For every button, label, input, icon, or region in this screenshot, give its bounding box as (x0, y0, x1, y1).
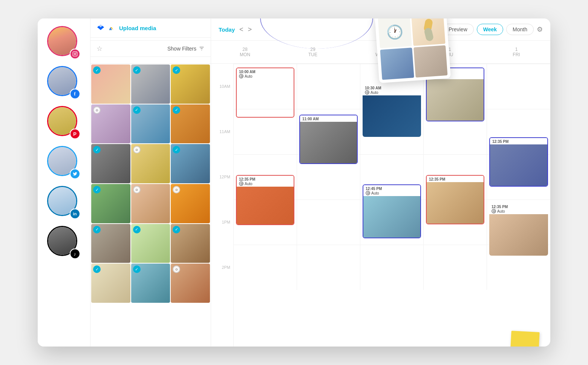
media-thumb[interactable]: ✓ (171, 64, 210, 104)
check-icon: ✓ (93, 186, 101, 193)
check-icon: ✓ (93, 66, 101, 74)
media-thumb[interactable]: ○ (131, 184, 170, 223)
calendar-nav: Today < > (219, 26, 252, 34)
media-thumb[interactable]: ✓ (131, 224, 170, 263)
media-thumb[interactable]: ✓ (91, 144, 130, 183)
media-thumb[interactable]: ✓ (131, 64, 170, 104)
facebook-badge: f (70, 89, 80, 99)
time-10am: 10AM (211, 83, 233, 128)
filter-icon (199, 46, 205, 52)
media-thumb[interactable]: ○ (171, 264, 210, 303)
day-col-mon: 10:00 AM ⚙ Auto (234, 64, 297, 290)
sidebar-item-facebook[interactable]: f (47, 66, 81, 100)
media-thumb[interactable]: ✓ (91, 64, 130, 104)
time-12pm: 12PM (211, 173, 233, 218)
sidebar-item-instagram[interactable] (47, 26, 81, 60)
prev-button[interactable]: < (239, 26, 243, 34)
days-grid: 10:00 AM ⚙ Auto (234, 64, 550, 290)
check-icon: ✓ (133, 66, 141, 74)
day-headers: 28 MON 29 TUE 30 WED 31 THU 1 FRI (211, 41, 550, 63)
sidebar-item-linkedin[interactable]: in (47, 186, 81, 220)
day-col-tue: 11:00 AM (297, 64, 360, 290)
check-icon: ○ (93, 106, 101, 114)
svg-rect-0 (73, 52, 77, 56)
event-wed-1030[interactable]: 10:30 AM ⚙ Auto (363, 84, 421, 137)
sidebar-item-pinterest[interactable]: P (47, 106, 81, 140)
media-toolbar: ☆ Show Filters (90, 41, 211, 57)
view-preview[interactable]: Preview (442, 24, 474, 35)
settings-icon[interactable]: ⚙ (537, 25, 543, 34)
day-header-thu: 31 THU (415, 44, 482, 60)
event-thu-1235[interactable]: 12:35 PM (426, 175, 484, 224)
calendar-header: Today < > Stories Preview Week Month ⚙ (211, 18, 550, 40)
view-controls: Stories Preview Week Month ⚙ (410, 24, 543, 35)
view-month[interactable]: Month (506, 24, 534, 35)
calendar-grid: 10AM 11AM 12PM 1PM 2PM (211, 64, 550, 347)
check-icon: ○ (133, 186, 141, 193)
day-col-wed: 10:30 AM ⚙ Auto (360, 64, 424, 290)
day-col-fri: 12:35 PM 12:35 PM ⚙ Auto (487, 64, 550, 290)
media-thumb[interactable]: ✓ (91, 184, 130, 223)
svg-point-2 (76, 52, 76, 53)
check-icon: ○ (133, 146, 141, 153)
time-1pm: 1PM (211, 218, 233, 264)
sidebar-item-tiktok[interactable]: ♪ (47, 226, 81, 260)
event-mon-1000[interactable]: 10:00 AM ⚙ Auto (236, 67, 294, 118)
time-labels: 10AM 11AM 12PM 1PM 2PM (211, 64, 234, 347)
time-11am: 11AM (211, 128, 233, 173)
today-button[interactable]: Today (219, 26, 235, 33)
check-icon: ✓ (133, 106, 141, 114)
tiktok-badge: ♪ (70, 248, 80, 259)
day-header-mon: 28 MON (211, 44, 279, 60)
app-container: f P in (38, 18, 550, 347)
event-thu-1000[interactable]: 10:00 AM ⚙ Auto (426, 67, 484, 121)
media-header: Upload media (90, 18, 211, 38)
svg-point-1 (74, 53, 76, 55)
media-thumb[interactable]: ✓ (171, 104, 210, 144)
upload-icons (96, 24, 115, 32)
media-thumb[interactable]: ○ (131, 144, 170, 183)
star-icon[interactable]: ☆ (96, 44, 103, 53)
sidebar: f P in (38, 18, 90, 347)
media-thumb[interactable]: ✓ (91, 264, 130, 303)
view-week[interactable]: Week (477, 24, 503, 35)
check-icon: ✓ (173, 226, 180, 233)
check-icon: ✓ (133, 265, 141, 273)
event-tue-1100[interactable]: 11:00 AM (299, 115, 358, 164)
media-thumb[interactable]: ✓ (91, 224, 130, 263)
day-header-wed: 30 WED (347, 44, 415, 60)
day-header-tue: 29 TUE (279, 44, 347, 60)
pinterest-badge: P (70, 129, 80, 139)
sidebar-item-twitter[interactable] (47, 146, 81, 180)
event-fri-1235a[interactable]: 12:35 PM (489, 137, 548, 187)
day-header-fri: 1 FRI (482, 44, 550, 60)
days-scroll: 10:00 AM ⚙ Auto (234, 64, 550, 347)
event-wed-1245[interactable]: 12:45 PM ⚙ Auto (363, 184, 421, 238)
event-fri-1235b[interactable]: 12:35 PM ⚙ Auto (489, 203, 548, 256)
upload-button[interactable]: Upload media (119, 25, 156, 31)
filter-button[interactable]: Show Filters (167, 46, 205, 52)
day-col-thu: 10:00 AM ⚙ Auto (424, 64, 487, 290)
media-thumb[interactable]: ✓ (171, 144, 210, 183)
twitter-badge (70, 169, 80, 179)
check-icon: ✓ (173, 106, 180, 114)
view-stories[interactable]: Stories (410, 24, 439, 35)
media-grid: ✓ ✓ ✓ ○ (90, 64, 211, 347)
media-thumb[interactable]: ○ (171, 184, 210, 223)
main-content: Upload media Today < > Stories Preview W… (90, 18, 550, 347)
linkedin-badge: in (70, 209, 80, 219)
gdrive-icon (107, 24, 115, 32)
media-thumb[interactable]: ✓ (131, 104, 170, 144)
check-icon: ✓ (133, 226, 141, 233)
media-thumb[interactable]: ✓ (131, 264, 170, 303)
sticky-note (510, 331, 539, 347)
check-icon: ✓ (93, 226, 101, 233)
instagram-badge (70, 49, 80, 59)
next-button[interactable]: > (248, 26, 252, 34)
time-2pm: 2PM (211, 264, 233, 309)
media-thumb[interactable]: ✓ (171, 224, 210, 263)
dropbox-icon (96, 24, 105, 32)
filter-label: Show Filters (167, 46, 196, 52)
event-mon-1235[interactable]: 12:35 PM ⚙ Auto (236, 175, 294, 225)
media-thumb[interactable]: ○ (91, 104, 130, 144)
